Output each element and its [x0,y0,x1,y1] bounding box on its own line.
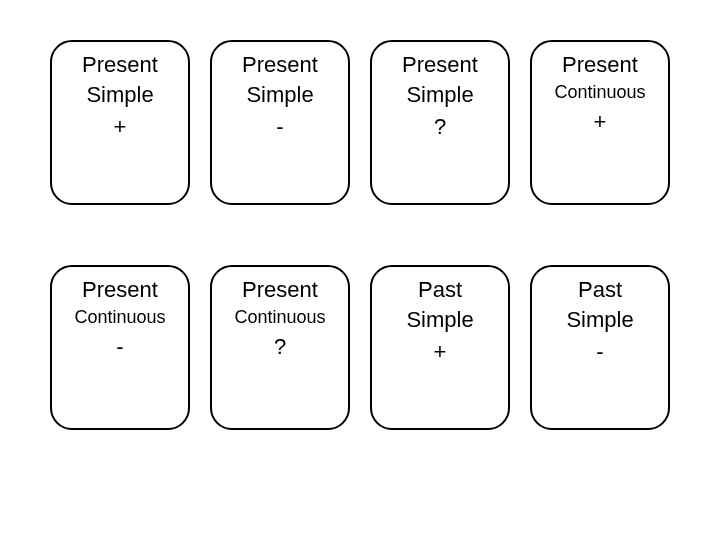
grammar-card: Past Simple + [370,265,510,430]
card-symbol: - [536,339,664,365]
card-tense-line1: Present [376,52,504,78]
card-tense-line1: Present [536,52,664,78]
card-symbol: + [376,339,504,365]
card-symbol: ? [376,114,504,140]
card-row: Present Continuous - Present Continuous … [50,265,670,430]
card-tense-line1: Past [536,277,664,303]
grammar-card: Present Continuous ? [210,265,350,430]
card-symbol: - [56,334,184,360]
card-symbol: - [216,114,344,140]
card-tense-line1: Past [376,277,504,303]
card-grid: Present Simple + Present Simple - Presen… [50,40,670,430]
card-symbol: + [56,114,184,140]
grammar-card: Past Simple - [530,265,670,430]
card-tense-line2: Simple [536,307,664,333]
card-tense-line2: Simple [56,82,184,108]
grammar-card: Present Continuous - [50,265,190,430]
card-tense-line2: Continuous [56,307,184,328]
card-tense-line1: Present [216,277,344,303]
grammar-card: Present Simple + [50,40,190,205]
card-tense-line2: Simple [376,307,504,333]
card-symbol: + [536,109,664,135]
card-row: Present Simple + Present Simple - Presen… [50,40,670,205]
grammar-card: Present Simple - [210,40,350,205]
card-tense-line1: Present [56,277,184,303]
card-tense-line1: Present [56,52,184,78]
card-tense-line2: Simple [376,82,504,108]
card-symbol: ? [216,334,344,360]
card-tense-line2: Continuous [536,82,664,103]
card-tense-line1: Present [216,52,344,78]
grammar-card: Present Continuous + [530,40,670,205]
card-tense-line2: Continuous [216,307,344,328]
card-tense-line2: Simple [216,82,344,108]
grammar-card: Present Simple ? [370,40,510,205]
